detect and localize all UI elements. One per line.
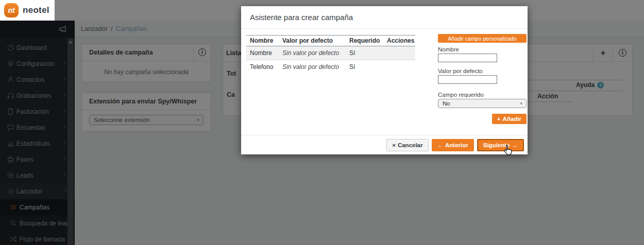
- field-cell: [383, 60, 415, 74]
- required-label: Campo requerido: [438, 92, 484, 98]
- create-campaign-wizard-modal: Asistente para crear campaña NombreValor…: [241, 6, 528, 154]
- field-cell: Telefono: [246, 60, 279, 74]
- mouse-cursor-icon: [502, 144, 514, 160]
- previous-button[interactable]: ← Anterior: [432, 139, 474, 151]
- field-row[interactable]: TelefonoSin valor por defectoSí: [246, 60, 415, 74]
- cancel-label: Cancelar: [398, 142, 423, 148]
- brand[interactable]: nt neotel: [0, 0, 55, 21]
- logo-text: nt: [8, 6, 14, 14]
- add-field-label: Añadir: [503, 116, 521, 122]
- field-row[interactable]: NombreSin valor por defectoSí: [246, 46, 415, 60]
- plus-icon: +: [497, 116, 501, 122]
- required-select[interactable]: No ▾: [438, 99, 527, 108]
- column-header: Requerido: [346, 36, 383, 46]
- arrow-left-icon: ←: [437, 142, 444, 148]
- previous-label: Anterior: [445, 142, 468, 148]
- fields-table: NombreValor por defectoRequeridoAcciones…: [246, 35, 415, 74]
- page: nt neotel DashboardConfiguraciónContacto…: [0, 0, 644, 245]
- divider: [241, 28, 528, 29]
- chevron-down-icon: ▾: [520, 101, 522, 106]
- column-header: Acciones: [383, 36, 415, 46]
- name-label: Nombre: [438, 46, 459, 52]
- field-cell: [383, 46, 415, 60]
- cancel-button[interactable]: × Cancelar: [386, 139, 428, 151]
- add-field-button[interactable]: + Añadir: [492, 114, 527, 124]
- name-field[interactable]: [438, 54, 497, 62]
- default-value-field[interactable]: [438, 75, 497, 84]
- field-cell: Sin valor por defecto: [279, 60, 346, 74]
- field-cell: Sin valor por defecto: [279, 46, 346, 60]
- modal-footer: × Cancelar ← Anterior Siguiente →: [241, 135, 528, 154]
- close-icon: ×: [392, 142, 396, 148]
- field-cell: Sí: [346, 46, 383, 60]
- modal-title: Asistente para crear campaña: [250, 13, 353, 22]
- field-cell: Nombre: [246, 46, 279, 60]
- add-custom-field-button[interactable]: Añadir campo personalizado: [438, 34, 527, 43]
- neotel-logo-icon: nt: [4, 3, 19, 18]
- column-header: Valor por defecto: [279, 36, 346, 46]
- brand-name: neotel: [23, 5, 49, 15]
- fields-table-header-row: NombreValor por defectoRequeridoAcciones: [246, 36, 415, 46]
- required-select-value: No: [443, 100, 450, 107]
- default-value-label: Valor por defecto: [438, 68, 483, 74]
- next-button[interactable]: Siguiente →: [477, 139, 524, 151]
- column-header: Nombre: [246, 36, 279, 46]
- field-cell: Sí: [346, 60, 383, 74]
